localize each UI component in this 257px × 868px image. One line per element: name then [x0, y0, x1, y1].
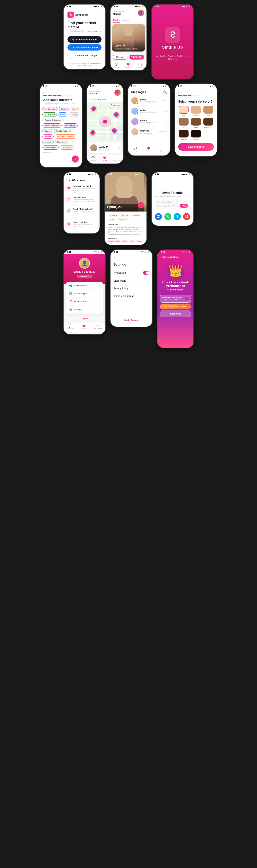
map-toggle-btn[interactable]: 📍 Map view: [109, 103, 121, 106]
sub-back-button[interactable]: ‹: [160, 255, 161, 259]
skin-fair[interactable]: Fair: [178, 106, 189, 116]
login-subtext: Let's start your dating journey together: [68, 30, 102, 32]
chip-health[interactable]: Health & Lifestyle: [42, 123, 62, 128]
delete-account-button[interactable]: Delete Account: [111, 316, 152, 324]
messages-screen: 9:41 ●●●▲🔋 Messages 🔍 Lydia Sed ut persp…: [127, 84, 171, 156]
tab-mapview-map[interactable]: Map View: [98, 97, 106, 102]
nav-messages-map[interactable]: 💬 Messages: [90, 156, 96, 161]
chip-entertainment[interactable]: Entertainment: [42, 145, 59, 150]
account-icon: ⋮⋮: [137, 63, 143, 66]
message-item-emery[interactable]: Emery Sed ut perspiciatis unde omni... 3…: [128, 116, 170, 127]
nav-discover-map[interactable]: ❤️ Discover: [102, 156, 107, 161]
settings-block-users[interactable]: Block Users ›: [111, 277, 152, 285]
plan-monthly[interactable]: Monthly $8.99 /Month 7-day FREE Trial ✓: [160, 295, 191, 303]
nav-messages[interactable]: 💬 Messages: [113, 63, 120, 68]
app-logo: Ƨ Singles Up: [64, 8, 105, 20]
nav-messages-active[interactable]: 💬 Messages: [132, 147, 138, 152]
gmail-share-button[interactable]: M: [183, 213, 190, 220]
chip-animals[interactable]: Animals: [42, 140, 53, 144]
tab-mapview[interactable]: Map View: [122, 18, 130, 23]
privacy-link[interactable]: Privacy Policy: [81, 64, 90, 66]
invite-back-button[interactable]: ‹: [155, 179, 156, 182]
message-item-lydia[interactable]: Lydia Sed ut perspiciatis unde omni... 4…: [128, 96, 170, 106]
settings-back-button[interactable]: ‹: [114, 256, 115, 260]
chip-diy-home[interactable]: DIY & Home: [42, 113, 57, 117]
chip-tech[interactable]: Technology: [55, 140, 69, 144]
nav-account[interactable]: ⋮⋮ My Account: [137, 63, 144, 68]
terms-link[interactable]: Terms of Service: [90, 63, 102, 64]
skin-brown[interactable]: Brown: [190, 118, 201, 128]
subscribe-button[interactable]: Subscribe: [160, 310, 191, 317]
view-profile-button[interactable]: View Profile: [77, 275, 92, 278]
settings-terms[interactable]: Terms & Conditions ›: [111, 292, 152, 300]
nav-discover-acc[interactable]: ❤️ Discover: [81, 324, 87, 330]
notifications-toggle[interactable]: [143, 271, 149, 275]
menu-about[interactable]: ℹ️ About Singl's ›: [66, 290, 103, 298]
notif-love-alert: 💝 Local Love Alert Exciting matches with…: [64, 220, 100, 231]
settings-privacy[interactable]: Privacy Policy ›: [111, 285, 152, 292]
menu-settings[interactable]: ⚙️ Settings ›: [66, 306, 103, 314]
dot-2: [48, 95, 52, 96]
skin-ebony[interactable]: Ebony: [178, 130, 189, 140]
tab-checkin-map[interactable]: Check-in: [89, 97, 97, 102]
chip-beauty[interactable]: Beauty: [59, 107, 69, 111]
message-button[interactable]: Message: [113, 55, 128, 60]
chip-relationship[interactable]: Relationship: [63, 123, 78, 128]
nav-discover[interactable]: ❤️ Discover: [125, 63, 131, 68]
skin-black[interactable]: Black: [190, 130, 201, 140]
next-button[interactable]: ›: [72, 155, 79, 162]
chip-music[interactable]: Music: [58, 113, 67, 117]
copy-link-button[interactable]: Copy: [180, 204, 188, 208]
nav-messages-acc[interactable]: 💬 Messages: [68, 324, 74, 330]
settings-notifications[interactable]: Notifications: [111, 269, 152, 277]
skin-medium[interactable]: Medium: [190, 106, 201, 116]
logout-button[interactable]: Logout: [67, 317, 102, 320]
crown-icon: 👑: [168, 264, 183, 278]
profile-card: Lydia, 27 Art & Home Movies Travel: [112, 24, 145, 52]
nav-account-map[interactable]: ⋮⋮ My Account: [113, 156, 120, 161]
chip-sports[interactable]: Sports: [42, 129, 52, 133]
home-header: Good Morning! Marcus 👤: [111, 8, 146, 18]
back-button[interactable]: ‹: [43, 90, 44, 94]
view-details-button[interactable]: View Details: [130, 55, 144, 60]
chip-food[interactable]: Food: [70, 107, 79, 111]
notif-back-button[interactable]: ‹: [66, 179, 67, 182]
nav-discover-msgs[interactable]: ❤️ Discover: [146, 147, 151, 152]
subscription-screen: 9:41 ●●●▲🔋 ‹ Subscription 👑 Unlock Your …: [157, 249, 194, 348]
messages-icon-acc: 💬: [69, 324, 72, 328]
facebook-login-button[interactable]: f Continue with Facebook: [68, 44, 102, 51]
like-button[interactable]: ❤️: [138, 202, 144, 208]
chip-reading[interactable]: Reading & Literature: [55, 134, 76, 139]
message-item-cheyenne[interactable]: Cheyenne Sed ut perspiciatis unde omni..…: [128, 127, 170, 137]
whatsapp-share-button[interactable]: W: [164, 213, 171, 220]
search-messages-button[interactable]: 🔍: [163, 90, 167, 94]
discover-icon-map: ❤️: [103, 156, 106, 159]
dot-5: [62, 95, 66, 96]
msg-time-lydia: 4:00am: [161, 100, 167, 102]
chip-art-design[interactable]: Art & Design: [42, 107, 58, 111]
skin-olive[interactable]: Olive: [203, 106, 214, 116]
menu-help[interactable]: ❓ Help & FAQ's ›: [66, 298, 103, 306]
interests-section-title: Interests: [108, 237, 143, 240]
nav-account-msgs[interactable]: ⋮⋮ My Account: [159, 147, 166, 152]
chip-travel[interactable]: Travel & Nature: [53, 129, 71, 133]
messenger-share-button[interactable]: 💬: [155, 213, 162, 220]
save-changes-button[interactable]: Save Changes: [178, 143, 214, 151]
chip-fashion[interactable]: Fashion: [42, 134, 53, 139]
google-login-button[interactable]: G Continue with Google: [68, 52, 102, 59]
chip-diy2[interactable]: DIY & Home: [60, 145, 74, 150]
chip-finance[interactable]: Finance & Business: [42, 118, 64, 122]
tab-checkin[interactable]: Check-in: [113, 18, 120, 23]
skin-back-button[interactable]: ‹: [178, 90, 179, 94]
chip-gaming[interactable]: Gaming: [69, 113, 79, 117]
apple-login-button[interactable]: 🍎 Continue with Apple: [68, 36, 102, 43]
account-screen: 9:41 ●●●▲🔋 👤 Marcus Levin, 27 View Profi…: [63, 249, 106, 335]
skin-tan[interactable]: Tan: [178, 118, 189, 128]
skype-share-button[interactable]: S: [174, 213, 181, 220]
skin-dark-brown[interactable]: Dark Brown: [203, 118, 214, 128]
message-item-anika[interactable]: Anika Sed ut perspiciatis unde 😍 😍 3 hrs: [128, 106, 170, 116]
nav-account-acc[interactable]: ⋮⋮ My Account: [95, 324, 102, 330]
yearly-badge[interactable]: 🏷 Yearly Subscription: [160, 304, 191, 309]
map-profile-item[interactable]: Lydia, 27 3 miles away ›: [88, 143, 121, 153]
menu-invite-friends[interactable]: 👥 Invite Friends ›: [66, 282, 103, 290]
